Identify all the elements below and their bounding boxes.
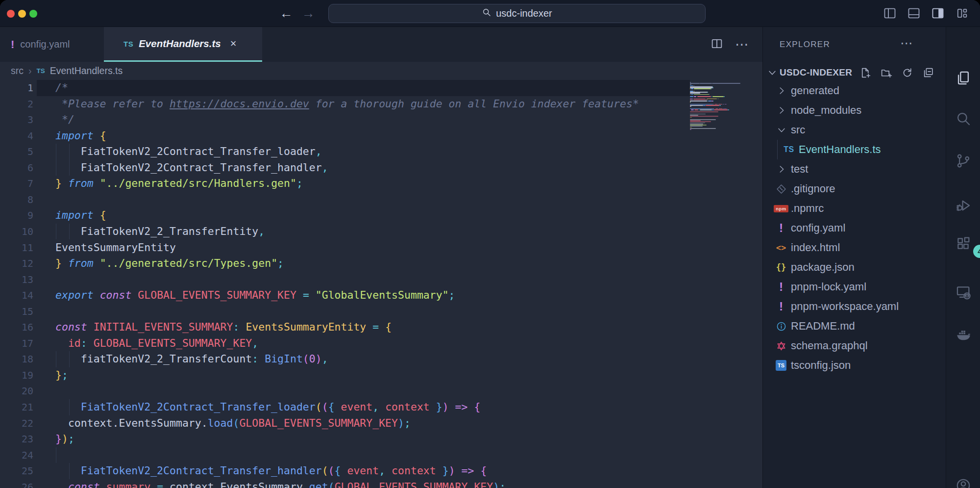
new-file-icon[interactable] — [859, 67, 871, 79]
back-icon[interactable]: ← — [278, 5, 294, 22]
forward-icon[interactable]: → — [300, 5, 317, 22]
tree-item-label: src — [791, 124, 805, 136]
line-number: 26 — [0, 479, 33, 488]
breadcrumb-folder[interactable]: src — [11, 65, 24, 77]
tree-item-test[interactable]: test — [763, 159, 946, 179]
tree-item-pnpm-lock-yaml[interactable]: !pnpm-lock.yaml — [763, 277, 946, 297]
tab-label: EventHandlers.ts — [139, 38, 220, 50]
tree-item-label: package.json — [791, 261, 855, 274]
line-number: 13 — [0, 272, 33, 288]
search-icon[interactable] — [955, 110, 972, 127]
code-line: 14export const GLOBAL_EVENTS_SUMMARY_KEY… — [0, 287, 762, 304]
tree-item-pnpm-workspace-yaml[interactable]: !pnpm-workspace.yaml — [763, 297, 946, 316]
minimize-window-button[interactable] — [18, 10, 26, 18]
line-number: 4 — [0, 128, 33, 144]
line-number: 12 — [0, 256, 33, 272]
line-number: 3 — [0, 112, 33, 128]
toggle-panel-left-icon[interactable] — [882, 6, 897, 20]
tree-item-package-json[interactable]: {}package.json — [763, 257, 946, 277]
code-line: 4import { — [0, 128, 762, 144]
source-control-icon[interactable] — [955, 153, 972, 169]
code-line: 26 const summary = context.EventsSummary… — [0, 479, 762, 488]
yaml-icon: ! — [773, 300, 789, 313]
remote-explorer-icon[interactable] — [955, 284, 972, 301]
code-editor[interactable]: 1/*2 *Please refer to https://docs.envio… — [0, 80, 762, 488]
tree-item-index-html[interactable]: <>index.html — [763, 238, 946, 257]
line-number: 7 — [0, 176, 33, 192]
line-number: 14 — [0, 287, 33, 304]
tree-item-label: schema.graphql — [791, 339, 868, 352]
ts-badge-icon: TS — [773, 360, 789, 371]
line-number: 17 — [0, 335, 33, 352]
activity-bar: 4 — [946, 27, 980, 488]
explorer-title: EXPLORER — [780, 40, 830, 50]
chevron-right-icon — [776, 105, 787, 116]
workspace-section-header[interactable]: USDC-INDEXER — [763, 63, 946, 82]
line-number: 23 — [0, 431, 33, 447]
ts-plain-icon: TS — [781, 145, 797, 154]
extensions-icon[interactable]: 4 — [955, 235, 972, 252]
command-center-search[interactable]: usdc-indexer — [328, 4, 706, 23]
tree-item-label: pnpm-workspace.yaml — [791, 300, 899, 313]
tree-item-schema-graphql[interactable]: schema.graphql — [763, 336, 946, 356]
tree-item-label: pnpm-lock.yaml — [791, 281, 866, 293]
tree-item-label: index.html — [791, 241, 840, 254]
tree-item-src[interactable]: src — [763, 120, 946, 140]
toggle-panel-right-icon[interactable] — [931, 6, 945, 20]
code-line: 13 — [0, 272, 762, 288]
code-line: 3 */ — [0, 112, 762, 128]
account-icon[interactable] — [955, 477, 972, 488]
tree-item-config-yaml[interactable]: !config.yaml — [763, 218, 946, 238]
layout-controls — [882, 6, 969, 20]
tree-item-label: node_modules — [791, 104, 861, 117]
chevron-right-icon: › — [28, 65, 32, 77]
braces-icon: {} — [773, 262, 789, 272]
code-line: 7} from "../generated/src/Handlers.gen"; — [0, 176, 762, 192]
tree-item-label: config.yaml — [791, 222, 845, 234]
git-icon — [773, 183, 789, 195]
tree-item-readme-md[interactable]: README.md — [763, 316, 946, 336]
tree-item--npmrc[interactable]: npm.npmrc — [763, 199, 946, 218]
tree-item--gitignore[interactable]: .gitignore — [763, 179, 946, 199]
editor-more-actions-icon[interactable]: ⋯ — [735, 40, 750, 50]
maximize-window-button[interactable] — [29, 10, 37, 18]
split-editor-icon[interactable] — [710, 37, 724, 52]
code-line: 2 *Please refer to https://docs.envio.de… — [0, 96, 762, 112]
traffic-lights — [7, 10, 37, 18]
explorer-icon[interactable] — [955, 70, 972, 86]
tree-item-label: README.md — [791, 320, 855, 333]
explorer-more-actions-icon[interactable]: ⋯ — [900, 36, 914, 51]
tab-config-yaml[interactable]: ! config.yaml — [0, 27, 104, 62]
new-folder-icon[interactable] — [880, 67, 892, 79]
customize-layout-icon[interactable] — [955, 6, 969, 20]
chevron-down-icon — [776, 125, 787, 135]
close-window-button[interactable] — [7, 10, 15, 18]
line-number: 9 — [0, 207, 33, 224]
code-line: 25 FiatTokenV2_2Contract_Transfer_handle… — [0, 463, 762, 479]
docker-icon[interactable] — [955, 327, 972, 343]
tree-item-generated[interactable]: generated — [763, 81, 946, 101]
yaml-icon: ! — [773, 281, 789, 294]
typescript-icon: TS — [123, 40, 133, 48]
line-number: 16 — [0, 319, 33, 335]
search-value: usdc-indexer — [496, 8, 552, 19]
line-number: 25 — [0, 463, 33, 479]
collapse-all-icon[interactable] — [922, 67, 934, 79]
tab-eventhandlers-ts[interactable]: TS EventHandlers.ts × — [104, 27, 262, 62]
code-line: 17 id: GLOBAL_EVENTS_SUMMARY_KEY, — [0, 335, 762, 352]
chevron-down-icon — [767, 67, 778, 78]
line-number: 10 — [0, 224, 33, 240]
tree-item-eventhandlers-ts[interactable]: TSEventHandlers.ts — [763, 140, 946, 159]
code-line: 10 FiatTokenV2_2_TransferEntity, — [0, 224, 762, 240]
code-line: 21 FiatTokenV2_2Contract_Transfer_loader… — [0, 399, 762, 415]
tree-item-node-modules[interactable]: node_modules — [763, 101, 946, 120]
refresh-icon[interactable] — [901, 67, 913, 79]
yaml-warning-icon: ! — [11, 38, 14, 51]
breadcrumb-file[interactable]: EventHandlers.ts — [50, 65, 123, 77]
toggle-panel-bottom-icon[interactable] — [906, 6, 921, 20]
tree-item-label: .gitignore — [791, 182, 835, 195]
line-number: 2 — [0, 96, 33, 112]
close-tab-icon[interactable]: × — [230, 37, 237, 50]
tree-item-tsconfig-json[interactable]: TStsconfig.json — [763, 356, 946, 375]
run-debug-icon[interactable] — [955, 197, 972, 214]
